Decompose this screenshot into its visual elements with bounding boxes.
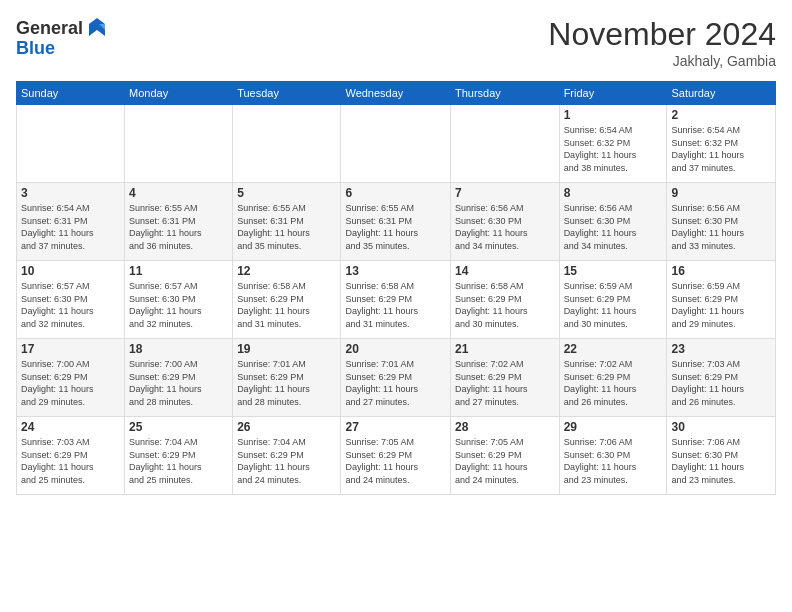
location: Jakhaly, Gambia — [548, 53, 776, 69]
calendar-cell: 8Sunrise: 6:56 AM Sunset: 6:30 PM Daylig… — [559, 183, 667, 261]
day-number: 30 — [671, 420, 771, 434]
calendar-cell: 12Sunrise: 6:58 AM Sunset: 6:29 PM Dayli… — [233, 261, 341, 339]
calendar-cell: 7Sunrise: 6:56 AM Sunset: 6:30 PM Daylig… — [450, 183, 559, 261]
calendar-week-row: 10Sunrise: 6:57 AM Sunset: 6:30 PM Dayli… — [17, 261, 776, 339]
calendar-day-header: Friday — [559, 82, 667, 105]
calendar-cell: 15Sunrise: 6:59 AM Sunset: 6:29 PM Dayli… — [559, 261, 667, 339]
day-number: 8 — [564, 186, 663, 200]
day-info: Sunrise: 7:05 AM Sunset: 6:29 PM Dayligh… — [455, 436, 555, 486]
calendar-cell: 27Sunrise: 7:05 AM Sunset: 6:29 PM Dayli… — [341, 417, 451, 495]
calendar-cell: 3Sunrise: 6:54 AM Sunset: 6:31 PM Daylig… — [17, 183, 125, 261]
calendar: SundayMondayTuesdayWednesdayThursdayFrid… — [16, 81, 776, 495]
calendar-week-row: 1Sunrise: 6:54 AM Sunset: 6:32 PM Daylig… — [17, 105, 776, 183]
day-info: Sunrise: 6:54 AM Sunset: 6:32 PM Dayligh… — [671, 124, 771, 174]
logo-icon — [85, 16, 109, 40]
calendar-day-header: Saturday — [667, 82, 776, 105]
calendar-cell: 21Sunrise: 7:02 AM Sunset: 6:29 PM Dayli… — [450, 339, 559, 417]
calendar-cell: 11Sunrise: 6:57 AM Sunset: 6:30 PM Dayli… — [125, 261, 233, 339]
day-number: 22 — [564, 342, 663, 356]
day-info: Sunrise: 6:54 AM Sunset: 6:31 PM Dayligh… — [21, 202, 120, 252]
day-number: 2 — [671, 108, 771, 122]
day-info: Sunrise: 7:05 AM Sunset: 6:29 PM Dayligh… — [345, 436, 446, 486]
day-number: 16 — [671, 264, 771, 278]
day-info: Sunrise: 7:00 AM Sunset: 6:29 PM Dayligh… — [129, 358, 228, 408]
day-info: Sunrise: 7:01 AM Sunset: 6:29 PM Dayligh… — [345, 358, 446, 408]
day-number: 15 — [564, 264, 663, 278]
day-number: 28 — [455, 420, 555, 434]
day-number: 18 — [129, 342, 228, 356]
day-number: 7 — [455, 186, 555, 200]
day-info: Sunrise: 6:58 AM Sunset: 6:29 PM Dayligh… — [237, 280, 336, 330]
calendar-cell: 23Sunrise: 7:03 AM Sunset: 6:29 PM Dayli… — [667, 339, 776, 417]
day-info: Sunrise: 6:55 AM Sunset: 6:31 PM Dayligh… — [129, 202, 228, 252]
day-info: Sunrise: 7:00 AM Sunset: 6:29 PM Dayligh… — [21, 358, 120, 408]
calendar-week-row: 17Sunrise: 7:00 AM Sunset: 6:29 PM Dayli… — [17, 339, 776, 417]
calendar-cell — [17, 105, 125, 183]
calendar-cell: 5Sunrise: 6:55 AM Sunset: 6:31 PM Daylig… — [233, 183, 341, 261]
calendar-cell: 17Sunrise: 7:00 AM Sunset: 6:29 PM Dayli… — [17, 339, 125, 417]
day-number: 5 — [237, 186, 336, 200]
calendar-cell: 20Sunrise: 7:01 AM Sunset: 6:29 PM Dayli… — [341, 339, 451, 417]
day-number: 3 — [21, 186, 120, 200]
day-number: 26 — [237, 420, 336, 434]
calendar-cell: 1Sunrise: 6:54 AM Sunset: 6:32 PM Daylig… — [559, 105, 667, 183]
day-info: Sunrise: 6:58 AM Sunset: 6:29 PM Dayligh… — [345, 280, 446, 330]
logo-blue: Blue — [16, 38, 109, 59]
day-number: 23 — [671, 342, 771, 356]
day-info: Sunrise: 7:06 AM Sunset: 6:30 PM Dayligh… — [671, 436, 771, 486]
day-info: Sunrise: 6:59 AM Sunset: 6:29 PM Dayligh… — [564, 280, 663, 330]
day-number: 20 — [345, 342, 446, 356]
day-info: Sunrise: 6:59 AM Sunset: 6:29 PM Dayligh… — [671, 280, 771, 330]
day-number: 10 — [21, 264, 120, 278]
day-info: Sunrise: 7:03 AM Sunset: 6:29 PM Dayligh… — [671, 358, 771, 408]
day-number: 6 — [345, 186, 446, 200]
day-number: 17 — [21, 342, 120, 356]
calendar-day-header: Monday — [125, 82, 233, 105]
day-number: 13 — [345, 264, 446, 278]
calendar-cell: 9Sunrise: 6:56 AM Sunset: 6:30 PM Daylig… — [667, 183, 776, 261]
calendar-cell: 19Sunrise: 7:01 AM Sunset: 6:29 PM Dayli… — [233, 339, 341, 417]
calendar-cell — [341, 105, 451, 183]
calendar-header-row: SundayMondayTuesdayWednesdayThursdayFrid… — [17, 82, 776, 105]
calendar-cell: 16Sunrise: 6:59 AM Sunset: 6:29 PM Dayli… — [667, 261, 776, 339]
day-info: Sunrise: 6:54 AM Sunset: 6:32 PM Dayligh… — [564, 124, 663, 174]
day-info: Sunrise: 6:55 AM Sunset: 6:31 PM Dayligh… — [345, 202, 446, 252]
day-number: 14 — [455, 264, 555, 278]
day-number: 11 — [129, 264, 228, 278]
day-info: Sunrise: 7:01 AM Sunset: 6:29 PM Dayligh… — [237, 358, 336, 408]
calendar-day-header: Wednesday — [341, 82, 451, 105]
calendar-cell: 24Sunrise: 7:03 AM Sunset: 6:29 PM Dayli… — [17, 417, 125, 495]
day-number: 27 — [345, 420, 446, 434]
calendar-week-row: 3Sunrise: 6:54 AM Sunset: 6:31 PM Daylig… — [17, 183, 776, 261]
day-number: 1 — [564, 108, 663, 122]
day-number: 9 — [671, 186, 771, 200]
calendar-cell — [233, 105, 341, 183]
day-info: Sunrise: 6:55 AM Sunset: 6:31 PM Dayligh… — [237, 202, 336, 252]
calendar-cell: 18Sunrise: 7:00 AM Sunset: 6:29 PM Dayli… — [125, 339, 233, 417]
day-info: Sunrise: 7:04 AM Sunset: 6:29 PM Dayligh… — [129, 436, 228, 486]
page: General Blue November 2024 Jakhaly, Gamb… — [0, 0, 792, 612]
month-title: November 2024 — [548, 16, 776, 53]
calendar-week-row: 24Sunrise: 7:03 AM Sunset: 6:29 PM Dayli… — [17, 417, 776, 495]
calendar-cell: 14Sunrise: 6:58 AM Sunset: 6:29 PM Dayli… — [450, 261, 559, 339]
day-info: Sunrise: 6:56 AM Sunset: 6:30 PM Dayligh… — [455, 202, 555, 252]
calendar-cell: 4Sunrise: 6:55 AM Sunset: 6:31 PM Daylig… — [125, 183, 233, 261]
day-info: Sunrise: 7:02 AM Sunset: 6:29 PM Dayligh… — [455, 358, 555, 408]
calendar-day-header: Thursday — [450, 82, 559, 105]
calendar-day-header: Tuesday — [233, 82, 341, 105]
day-info: Sunrise: 7:03 AM Sunset: 6:29 PM Dayligh… — [21, 436, 120, 486]
day-info: Sunrise: 7:02 AM Sunset: 6:29 PM Dayligh… — [564, 358, 663, 408]
calendar-cell: 30Sunrise: 7:06 AM Sunset: 6:30 PM Dayli… — [667, 417, 776, 495]
calendar-cell — [125, 105, 233, 183]
day-info: Sunrise: 7:04 AM Sunset: 6:29 PM Dayligh… — [237, 436, 336, 486]
day-number: 24 — [21, 420, 120, 434]
calendar-cell: 28Sunrise: 7:05 AM Sunset: 6:29 PM Dayli… — [450, 417, 559, 495]
calendar-cell: 2Sunrise: 6:54 AM Sunset: 6:32 PM Daylig… — [667, 105, 776, 183]
header: General Blue November 2024 Jakhaly, Gamb… — [16, 16, 776, 69]
day-number: 12 — [237, 264, 336, 278]
logo-general: General — [16, 18, 83, 39]
calendar-cell: 22Sunrise: 7:02 AM Sunset: 6:29 PM Dayli… — [559, 339, 667, 417]
calendar-cell: 26Sunrise: 7:04 AM Sunset: 6:29 PM Dayli… — [233, 417, 341, 495]
calendar-cell: 6Sunrise: 6:55 AM Sunset: 6:31 PM Daylig… — [341, 183, 451, 261]
day-info: Sunrise: 7:06 AM Sunset: 6:30 PM Dayligh… — [564, 436, 663, 486]
